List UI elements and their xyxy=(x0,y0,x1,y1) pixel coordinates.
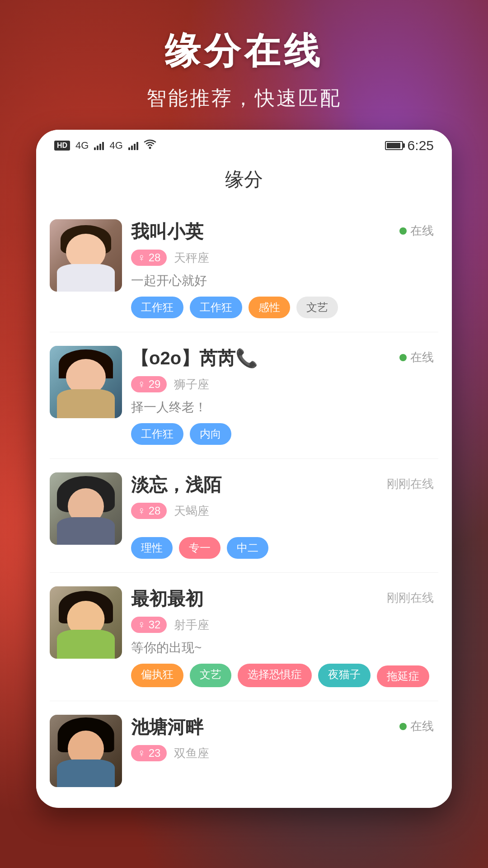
status-text-1: 在线 xyxy=(410,223,434,239)
wifi-icon xyxy=(144,139,156,152)
status-right: 6:25 xyxy=(385,138,434,153)
avatar-4 xyxy=(50,586,122,659)
tag: 夜猫子 xyxy=(318,664,371,687)
user-status-2: 在线 xyxy=(399,349,434,365)
user-name-4: 最初最初 xyxy=(131,586,203,611)
network2-label: 4G xyxy=(109,140,122,151)
tag: 拖延症 xyxy=(377,665,429,687)
tag: 内向 xyxy=(190,423,231,445)
page-title: 缘分 xyxy=(225,169,263,190)
network1-label: 4G xyxy=(75,140,89,151)
gender-age-1: ♀ 28 xyxy=(131,250,167,266)
bio-3 xyxy=(131,525,429,530)
svg-point-0 xyxy=(149,147,151,149)
tag: 工作狂 xyxy=(131,423,183,445)
user-info-1: 我叫小英 ♀ 28 天秤座 一起开心就好 工作狂 工作狂 感性 文艺 xyxy=(122,219,438,318)
zodiac-5: 双鱼座 xyxy=(174,745,209,761)
user-item-2[interactable]: 【o2o】芮芮📞 ♀ 29 狮子座 择一人终老！ 工作狂 内向 在线 xyxy=(50,332,438,459)
user-name-2: 【o2o】芮芮📞 xyxy=(131,346,258,371)
signal-icon-2 xyxy=(128,141,138,150)
page-title-bar: 缘分 xyxy=(36,158,452,206)
signal-icon-1 xyxy=(94,141,104,150)
user-item-4[interactable]: 最初最初 ♀ 32 射手座 等你的出现~ 偏执狂 文艺 选择恐惧症 夜猫子 拖延… xyxy=(50,573,438,701)
tag: 偏执狂 xyxy=(131,664,183,687)
status-text-3: 刚刚在线 xyxy=(387,476,434,492)
user-info-2: 【o2o】芮芮📞 ♀ 29 狮子座 择一人终老！ 工作狂 内向 xyxy=(122,346,438,445)
user-status-3: 刚刚在线 xyxy=(387,476,434,492)
tag: 中二 xyxy=(227,537,268,559)
user-info-5: 池塘河畔 ♀ 23 双鱼座 xyxy=(122,715,438,768)
user-status-4: 刚刚在线 xyxy=(387,590,434,606)
header-area: 缘分在线 智能推荐，快速匹配 xyxy=(0,0,488,130)
status-left: HD 4G 4G xyxy=(54,139,156,152)
user-list: 我叫小英 ♀ 28 天秤座 一起开心就好 工作狂 工作狂 感性 文艺 在线 xyxy=(36,206,452,801)
avatar-3 xyxy=(50,472,122,545)
zodiac-4: 射手座 xyxy=(174,617,209,633)
user-status-5: 在线 xyxy=(399,718,434,734)
tag: 理性 xyxy=(131,537,173,559)
tag: 工作狂 xyxy=(190,297,242,318)
tags-4: 偏执狂 文艺 选择恐惧症 夜猫子 拖延症 xyxy=(131,664,429,687)
tag: 感性 xyxy=(249,297,290,318)
user-item-1[interactable]: 我叫小英 ♀ 28 天秤座 一起开心就好 工作狂 工作狂 感性 文艺 在线 xyxy=(50,206,438,332)
gender-age-5: ♀ 23 xyxy=(131,745,167,761)
bio-1: 一起开心就好 xyxy=(131,272,429,289)
user-meta-1: ♀ 28 天秤座 xyxy=(131,250,429,266)
avatar-2 xyxy=(50,346,122,418)
user-name-5: 池塘河畔 xyxy=(131,715,203,740)
user-name-1: 我叫小英 xyxy=(131,219,203,244)
user-item-5[interactable]: 池塘河畔 ♀ 23 双鱼座 在线 xyxy=(50,701,438,801)
bio-4: 等你的出现~ xyxy=(131,639,429,656)
user-meta-4: ♀ 32 射手座 xyxy=(131,617,429,633)
online-dot-5 xyxy=(399,723,407,730)
tags-2: 工作狂 内向 xyxy=(131,423,429,445)
user-meta-2: ♀ 29 狮子座 xyxy=(131,376,429,392)
tag: 专一 xyxy=(179,537,221,559)
gender-age-3: ♀ 28 xyxy=(131,503,167,519)
zodiac-3: 天蝎座 xyxy=(174,503,209,519)
user-meta-5: ♀ 23 双鱼座 xyxy=(131,745,429,761)
battery-icon xyxy=(385,141,403,150)
user-meta-3: ♀ 28 天蝎座 xyxy=(131,503,429,519)
subtitle: 智能推荐，快速匹配 xyxy=(0,85,488,112)
zodiac-2: 狮子座 xyxy=(174,377,209,392)
tag: 工作狂 xyxy=(131,297,183,318)
avatar-1 xyxy=(50,219,122,292)
status-bar: HD 4G 4G xyxy=(36,130,452,158)
user-name-3: 淡忘，浅陌 xyxy=(131,472,221,497)
main-title: 缘分在线 xyxy=(0,27,488,76)
status-text-5: 在线 xyxy=(410,718,434,734)
online-dot-2 xyxy=(399,354,407,361)
phone-frame: HD 4G 4G xyxy=(36,130,452,808)
status-text-2: 在线 xyxy=(410,349,434,365)
tags-1: 工作狂 工作狂 感性 文艺 xyxy=(131,297,429,318)
bio-2: 择一人终老！ xyxy=(131,399,429,416)
zodiac-1: 天秤座 xyxy=(174,250,209,266)
tag: 文艺 xyxy=(190,664,231,687)
hd-badge: HD xyxy=(54,141,70,151)
avatar-5 xyxy=(50,715,122,787)
online-dot-1 xyxy=(399,227,407,235)
user-status-1: 在线 xyxy=(399,223,434,239)
user-item-3[interactable]: 淡忘，浅陌 ♀ 28 天蝎座 理性 专一 中二 刚刚在线 xyxy=(50,459,438,573)
tag: 选择恐惧症 xyxy=(238,664,312,687)
gender-age-2: ♀ 29 xyxy=(131,376,167,392)
tags-3: 理性 专一 中二 xyxy=(131,537,429,559)
status-text-4: 刚刚在线 xyxy=(387,590,434,606)
gender-age-4: ♀ 32 xyxy=(131,617,167,633)
tag: 文艺 xyxy=(296,297,338,318)
time-display: 6:25 xyxy=(408,138,434,153)
